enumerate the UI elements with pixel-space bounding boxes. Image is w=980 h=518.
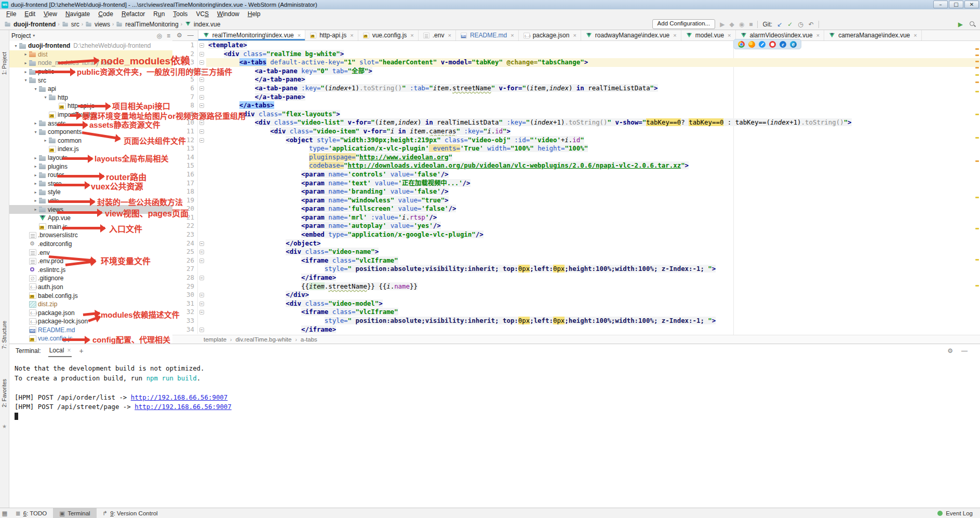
chevron-down-icon[interactable]: ▾	[33, 33, 35, 38]
tree-item-README.md[interactable]: README.md	[9, 326, 172, 335]
tree-item-public[interactable]: ▸public	[9, 67, 172, 76]
tree-item-babel.config.js[interactable]: babel.config.js	[9, 291, 172, 300]
tool-window-switcher-icon[interactable]: ▦	[0, 510, 9, 517]
new-terminal-icon[interactable]: +	[79, 347, 83, 355]
chevron-icon[interactable]: ▸	[22, 61, 29, 65]
tree-item-.editorconfig[interactable]: .editorconfig	[9, 240, 172, 249]
close-icon[interactable]: ×	[67, 347, 71, 354]
fold-icon[interactable]: −	[199, 86, 204, 91]
breadcrumb-item-realTimeMonitoring[interactable]: realTimeMonitoring	[116, 21, 178, 28]
fold-icon[interactable]: −	[199, 112, 204, 117]
terminal-tab-local[interactable]: Local ×	[48, 345, 72, 357]
tree-item-api[interactable]: ▾api	[9, 85, 172, 93]
edge-browser-icon[interactable]	[790, 41, 797, 48]
close-icon[interactable]: ×	[350, 32, 353, 38]
chevron-icon[interactable]: ▸	[32, 181, 39, 186]
menu-code[interactable]: Code	[94, 9, 117, 19]
chevron-icon[interactable]: ▸	[32, 198, 39, 203]
gear-icon[interactable]: ⚙	[947, 347, 953, 355]
debug-icon[interactable]: ◆	[729, 21, 734, 28]
commit-icon[interactable]: ✓	[787, 21, 793, 28]
chevron-icon[interactable]: ▾	[32, 87, 39, 91]
menu-edit[interactable]: Edit	[20, 9, 39, 19]
minimize-icon[interactable]: —	[961, 347, 968, 355]
stripe-mark[interactable]	[975, 197, 979, 198]
editor-tab-package.json[interactable]: package.json×	[519, 30, 581, 40]
tool-stripe-favorites[interactable]: 2: Favorites	[1, 379, 7, 407]
menu-refactor[interactable]: Refactor	[117, 9, 149, 19]
close-icon[interactable]: ×	[673, 32, 676, 38]
tool-stripe-project[interactable]: 1: Project	[1, 52, 7, 75]
tree-item-package-lock.json[interactable]: package-lock.json	[9, 317, 172, 326]
safari-browser-icon[interactable]	[759, 41, 766, 48]
fold-icon[interactable]: −	[199, 310, 204, 315]
project-panel-header[interactable]: Project ▾ ◎≡	[9, 30, 172, 41]
tree-item-duoji-frontend[interactable]: ▾duoji-frontendD:\zheheWeb\duoji-fronten…	[9, 42, 172, 50]
tree-item-node-modules[interactable]: ▸node_moduleslibrary root	[9, 59, 172, 67]
tree-item-http-api.js[interactable]: http-api.js	[9, 102, 172, 111]
editor-tab-cameraManage-index.vue[interactable]: cameraManage\index.vue×	[824, 30, 922, 40]
chevron-icon[interactable]: ▸	[42, 138, 49, 143]
stripe-mark[interactable]	[975, 285, 979, 287]
tree-item-.eslintrc.js[interactable]: .eslintrc.js	[9, 265, 172, 274]
chevron-icon[interactable]: ▸	[32, 207, 39, 212]
code-editor[interactable]: 1−<template>2− <div class="realTime bg-w…	[172, 41, 980, 335]
stripe-mark[interactable]	[975, 160, 979, 162]
history-icon[interactable]: ◷	[798, 21, 803, 28]
tree-item-main.js[interactable]: main.js	[9, 222, 172, 231]
breadcrumb-item-duoji-frontend[interactable]: duoji-frontend	[4, 21, 56, 28]
statusbar-6--todo[interactable]: ≣6: TODO	[9, 508, 53, 518]
stripe-mark[interactable]	[975, 137, 979, 139]
fold-icon[interactable]: −	[199, 276, 204, 280]
fold-icon[interactable]: −	[199, 241, 204, 246]
tree-item-.browserslistrc[interactable]: .browserslistrc	[9, 231, 172, 240]
editor-tab-roadwayManage-index.vue[interactable]: roadwayManage\index.vue×	[581, 30, 681, 40]
tree-item-src[interactable]: ▾src	[9, 76, 172, 85]
chevron-icon[interactable]: ▸	[32, 164, 39, 169]
tree-item-components[interactable]: ▾components	[9, 128, 172, 137]
editor-tab-http-api.js[interactable]: http-api.js×	[305, 30, 358, 40]
tree-item-views[interactable]: ▸views	[9, 205, 172, 214]
stop-icon[interactable]: ■	[749, 21, 753, 28]
terminal-output[interactable]: Note that the development build is not o…	[9, 358, 980, 421]
fold-icon[interactable]: −	[199, 138, 204, 143]
fold-icon[interactable]: −	[199, 120, 204, 125]
tree-item-package.json[interactable]: package.json	[9, 308, 172, 317]
stripe-mark[interactable]	[975, 74, 979, 76]
fold-icon[interactable]: −	[199, 293, 204, 297]
error-stripe[interactable]	[974, 41, 980, 335]
chevron-icon[interactable]: ▸	[32, 156, 39, 160]
fold-icon[interactable]: −	[199, 129, 204, 134]
event-log-button[interactable]: Event Log	[937, 510, 980, 516]
collapse-icon[interactable]: ≡	[167, 32, 170, 39]
chevron-icon[interactable]: ▸	[22, 70, 29, 74]
update-icon[interactable]: ↙	[777, 21, 782, 28]
menu-navigate[interactable]: Navigate	[61, 9, 94, 19]
stripe-mark[interactable]	[975, 81, 979, 83]
tree-item-assets[interactable]: ▸assets	[9, 119, 172, 128]
tree-item-layouts[interactable]: ▸layouts	[9, 154, 172, 162]
close-icon[interactable]: ✕	[964, 1, 979, 8]
menu-window[interactable]: Window	[213, 9, 244, 19]
tree-item-vue.config.js[interactable]: vue.config.js	[9, 334, 172, 343]
tree-item-.gitignore[interactable]: .gitignore	[9, 274, 172, 283]
minimize-icon[interactable]: –	[933, 1, 948, 8]
chevron-icon[interactable]: ▾	[22, 78, 29, 83]
statusbar-9--version-control[interactable]: ↱9: Version Control	[97, 508, 164, 518]
stripe-mark[interactable]	[975, 259, 979, 261]
fold-icon[interactable]: −	[199, 69, 204, 74]
menu-vcs[interactable]: VCS	[192, 9, 213, 19]
opera-browser-icon[interactable]	[769, 41, 776, 48]
fold-icon[interactable]: −	[199, 302, 204, 306]
tree-item-dist[interactable]: ▸dist	[9, 50, 172, 59]
editor-tab-.env[interactable]: .env×	[419, 30, 456, 40]
statusbar-terminal[interactable]: ▣Terminal	[53, 508, 96, 518]
locate-icon[interactable]: ◎	[157, 32, 162, 39]
tree-item-store[interactable]: ▸store	[9, 180, 172, 188]
tree-item-plugins[interactable]: ▸plugins	[9, 162, 172, 171]
chevron-icon[interactable]: ▸	[32, 190, 39, 195]
fold-icon[interactable]: −	[199, 103, 204, 108]
editor-breadcrumb-item[interactable]: a-tabs	[301, 336, 317, 343]
title-bar[interactable]: WS duoji-frontend [D:\zheheWeb\duoji-fro…	[0, 0, 980, 9]
tree-item-http[interactable]: ▾http	[9, 93, 172, 102]
